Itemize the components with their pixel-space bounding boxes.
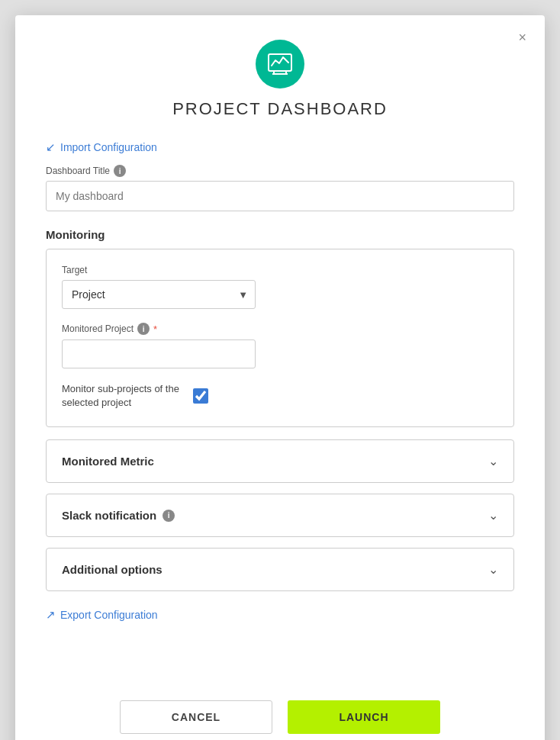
modal-header: PROJECT DASHBOARD: [46, 40, 514, 119]
subproject-checkbox-label: Monitor sub-projects of the selected pro…: [62, 382, 184, 410]
slack-notification-chevron-icon: ⌄: [488, 508, 498, 523]
slack-notification-title: Slack notification i: [62, 509, 175, 522]
additional-options-title: Additional options: [62, 563, 163, 576]
target-select[interactable]: Project Environment Build: [62, 280, 256, 309]
import-config-label: Import Configuration: [60, 141, 157, 153]
additional-options-chevron-icon: ⌄: [488, 562, 498, 577]
monitored-project-label: Monitored Project i *: [62, 323, 498, 335]
monitored-project-info-icon[interactable]: i: [137, 323, 150, 335]
subproject-checkbox[interactable]: [193, 388, 208, 404]
page-title: PROJECT DASHBOARD: [172, 99, 388, 119]
export-icon: ↗: [46, 608, 56, 622]
additional-options-section[interactable]: Additional options ⌄: [46, 548, 514, 591]
monitored-metric-section[interactable]: Monitored Metric ⌄: [46, 439, 514, 483]
target-label: Target: [62, 265, 498, 275]
logo-icon: [256, 40, 304, 88]
cancel-button[interactable]: CANCEL: [120, 700, 272, 734]
monitored-metric-chevron-icon: ⌄: [488, 454, 498, 468]
export-config-label: Export Configuration: [60, 609, 158, 621]
monitored-project-input[interactable]: [62, 339, 256, 368]
slack-notification-section[interactable]: Slack notification i ⌄: [46, 494, 514, 537]
import-config-link[interactable]: ↙ Import Configuration: [46, 140, 157, 154]
dashboard-title-label: Dashboard Title i: [46, 165, 514, 177]
monitored-metric-title: Monitored Metric: [62, 455, 154, 468]
dashboard-title-field-group: Dashboard Title i: [46, 165, 514, 211]
monitoring-section-label: Monitoring: [46, 228, 514, 241]
dashboard-title-input[interactable]: [46, 181, 514, 211]
subproject-checkbox-row: Monitor sub-projects of the selected pro…: [62, 382, 498, 410]
dashboard-title-info-icon[interactable]: i: [114, 165, 126, 177]
launch-button[interactable]: LAUNCH: [288, 700, 440, 734]
close-button[interactable]: ×: [515, 27, 529, 47]
import-icon: ↙: [46, 140, 56, 154]
export-config-link[interactable]: ↗ Export Configuration: [46, 608, 158, 622]
slack-notification-info-icon[interactable]: i: [163, 510, 175, 522]
target-select-wrapper: Project Environment Build ▼: [62, 280, 256, 309]
required-star: *: [153, 323, 157, 335]
monitoring-box: Target Project Environment Build ▼ Monit…: [46, 249, 514, 427]
modal-container: × PROJECT DASHBOARD ↙ Import Configurati…: [15, 15, 545, 740]
footer-buttons: CANCEL LAUNCH: [46, 700, 514, 734]
